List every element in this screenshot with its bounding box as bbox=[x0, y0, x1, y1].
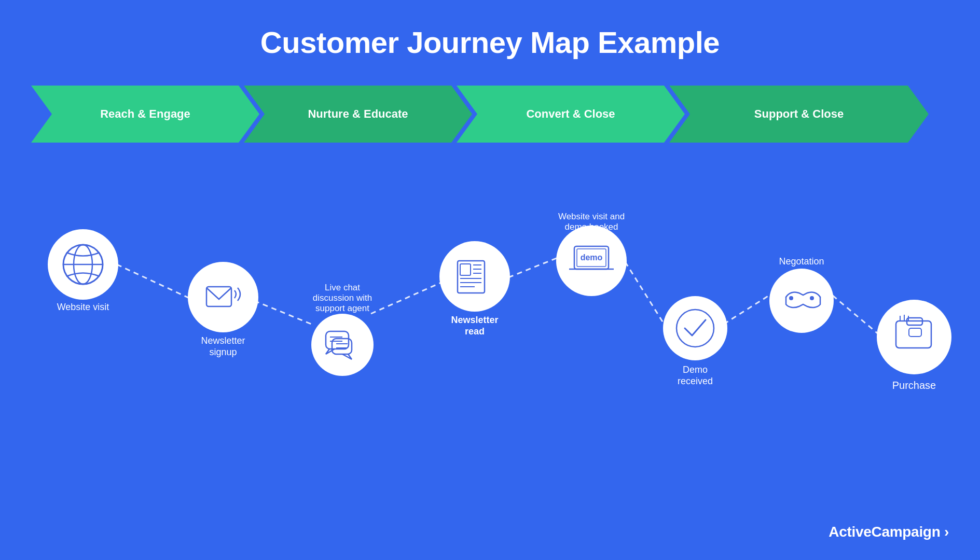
svg-point-22 bbox=[311, 314, 374, 376]
node-website-visit: Website visit bbox=[48, 229, 118, 312]
page-title: Customer Journey Map Example bbox=[0, 0, 980, 60]
stage-support-close: Support & Close bbox=[669, 86, 929, 143]
svg-text:signup: signup bbox=[209, 347, 237, 357]
svg-point-15 bbox=[188, 262, 258, 332]
svg-line-7 bbox=[508, 257, 560, 277]
svg-line-6 bbox=[371, 283, 441, 314]
svg-line-5 bbox=[254, 301, 311, 324]
svg-text:Live chat: Live chat bbox=[325, 283, 360, 292]
svg-text:Purchase: Purchase bbox=[892, 380, 936, 391]
brand-arrow: › bbox=[944, 524, 949, 540]
node-demo-booked: Website visit and demo booked demo bbox=[556, 212, 627, 296]
node-purchase: Purchase bbox=[877, 300, 951, 391]
stage-nurture-educate: Nurture & Educate bbox=[244, 86, 472, 143]
svg-text:discussion with: discussion with bbox=[313, 293, 372, 303]
node-live-chat: Live chat discussion with support agent bbox=[311, 283, 374, 376]
svg-text:Demo: Demo bbox=[683, 365, 708, 375]
svg-text:received: received bbox=[678, 376, 713, 386]
svg-point-54 bbox=[810, 296, 814, 300]
svg-text:Newsletter: Newsletter bbox=[451, 315, 498, 325]
svg-text:Negotation: Negotation bbox=[779, 256, 824, 267]
svg-text:support agent: support agent bbox=[315, 303, 369, 313]
svg-text:Website visit and: Website visit and bbox=[558, 212, 625, 221]
stage-banner: Reach & Engage Nurture & Educate Convert… bbox=[31, 86, 949, 143]
node-negotiation: Negotation bbox=[769, 256, 834, 333]
node-newsletter-signup: Newsletter signup bbox=[188, 262, 258, 357]
svg-point-53 bbox=[789, 296, 793, 300]
svg-text:read: read bbox=[465, 326, 485, 337]
node-demo-received: Demo received bbox=[663, 296, 727, 386]
svg-text:Newsletter: Newsletter bbox=[201, 335, 245, 346]
stage-reach-engage: Reach & Engage bbox=[31, 86, 259, 143]
node-newsletter-read: Newsletter read bbox=[439, 241, 510, 337]
svg-point-52 bbox=[769, 269, 834, 333]
svg-line-4 bbox=[117, 264, 189, 298]
svg-point-29 bbox=[439, 241, 510, 312]
svg-point-47 bbox=[663, 296, 727, 360]
label-website-visit: Website visit bbox=[57, 302, 109, 312]
svg-line-8 bbox=[625, 262, 664, 324]
svg-text:demo: demo bbox=[581, 253, 603, 262]
stage-convert-close: Convert & Close bbox=[457, 86, 685, 143]
brand-logo: ActiveCampaign › bbox=[829, 524, 949, 540]
svg-line-10 bbox=[833, 296, 882, 337]
svg-line-9 bbox=[724, 293, 773, 324]
journey-area: Website visit Newsletter signup Live cha… bbox=[0, 184, 980, 560]
